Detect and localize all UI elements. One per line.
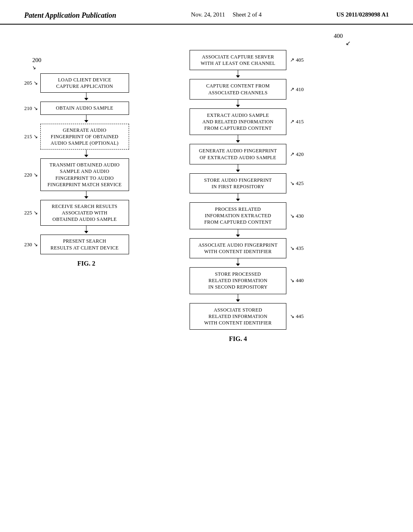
fig4-step-420-row: GENERATE AUDIO FINGERPRINTOF EXTRACTED A… — [190, 144, 363, 164]
fig4-step-430-box: PROCESS RELATEDINFORMATION EXTRACTEDFROM… — [190, 202, 286, 229]
fig4-arrow-4 — [190, 164, 286, 173]
fig2-step-215-row: 215 ↘ GENERATE AUDIOFINGERPRINT OF OBTAI… — [24, 124, 161, 150]
fig4-arrow-2 — [190, 100, 286, 108]
fig4-step-405-row: ASSOCIATE CAPTURE SERVERWITH AT LEAST ON… — [190, 50, 363, 70]
fig4-step-445-box: ASSOCIATE STOREDRELATED INFORMATIONWITH … — [190, 303, 286, 330]
fig4-flowchart: 400 ↙ ASSOCIATE CAPTURE SERVERWITH AT LE… — [190, 33, 363, 343]
sheet-info: Sheet 2 of 4 — [233, 11, 262, 18]
fig4-step-405-box: ASSOCIATE CAPTURE SERVERWITH AT LEAST ON… — [190, 50, 286, 70]
fig2-step-205-row: 205 ↘ LOAD CLIENT DEVICECAPTURE APPLICAT… — [24, 73, 161, 93]
fig4-step-410-row: CAPTURE CONTENT FROMASSOCIATED CHANNELS … — [190, 79, 363, 99]
fig4-caption: FIG. 4 — [190, 335, 286, 343]
fig2-step-220-row: 220 ↘ TRANSMIT OBTAINED AUDIOSAMPLE AND … — [24, 158, 161, 191]
fig4-step-445-label: ↘ 445 — [286, 313, 306, 320]
fig2-step-225-row: 225 ↘ RECEIVE SEARCH RESULTSASSOCIATED W… — [24, 200, 161, 226]
fig4-step-405-label: ↗ 405 — [286, 57, 306, 63]
fig2-step-230-label: 230 ↘ — [24, 241, 40, 248]
fig2-step-205-label: 205 ↘ — [24, 80, 40, 86]
fig4-arrow-indicator: ↙ — [190, 39, 363, 47]
fig2-step-230-box: PRESENT SEARCHRESULTS AT CLIENT DEVICE — [40, 235, 129, 254]
fig2-arrow-2 — [42, 115, 131, 124]
fig4-arrow-7 — [190, 258, 286, 267]
pub-date: Nov. 24, 2011 — [191, 11, 225, 18]
fig4-step-440-box: STORE PROCESSEDRELATED INFORMATIONIN SEC… — [190, 267, 286, 294]
fig4-step-425-row: STORE AUDIO FINGERPRINTIN FIRST REPOSITO… — [190, 173, 363, 193]
fig4-arrow-1 — [190, 70, 286, 79]
fig4-step-425-label: ↘ 425 — [286, 180, 306, 187]
fig2-arrow-4 — [42, 191, 131, 200]
fig4-step-435-row: ASSOCIATE AUDIO FINGERPRINTWITH CONTENT … — [190, 238, 363, 258]
fig4-step-410-box: CAPTURE CONTENT FROMASSOCIATED CHANNELS — [190, 79, 286, 99]
fig4-step-440-row: STORE PROCESSEDRELATED INFORMATIONIN SEC… — [190, 267, 363, 294]
fig2-arrow-5 — [42, 226, 131, 235]
patent-number: US 2011/0289098 A1 — [336, 11, 389, 18]
date-sheet: Nov. 24, 2011 Sheet 2 of 4 — [191, 11, 262, 18]
fig2-step-225-label: 225 ↘ — [24, 210, 40, 216]
fig4-step-435-box: ASSOCIATE AUDIO FINGERPRINTWITH CONTENT … — [190, 238, 286, 258]
fig4-step-430-label: ↘ 430 — [286, 213, 306, 219]
fig4-step-440-label: ↘ 440 — [286, 277, 306, 284]
fig4-step-415-box: EXTRACT AUDIO SAMPLEAND RELATED INFORMAT… — [190, 108, 286, 135]
fig4-step-445-row: ASSOCIATE STOREDRELATED INFORMATIONWITH … — [190, 303, 363, 330]
fig2-step-220-label: 220 ↘ — [24, 172, 40, 178]
fig4-step-415-row: EXTRACT AUDIO SAMPLEAND RELATED INFORMAT… — [190, 108, 363, 135]
fig4-step-420-label: ↗ 420 — [286, 151, 306, 158]
fig4-step-435-label: ↘ 435 — [286, 245, 306, 251]
fig4-step-430-row: PROCESS RELATEDINFORMATION EXTRACTEDFROM… — [190, 202, 363, 229]
fig4-arrow-5 — [190, 193, 286, 202]
fig4-step-425-box: STORE AUDIO FINGERPRINTIN FIRST REPOSITO… — [190, 173, 286, 193]
fig4-arrow-6 — [190, 229, 286, 238]
fig4-step-410-label: ↗ 410 — [286, 86, 306, 93]
fig2-step-210-row: 210 ↘ OBTAIN AUDIO SAMPLE — [24, 102, 161, 114]
fig2-arrow-3 — [42, 150, 131, 158]
fig4-diagram-label: 400 — [190, 33, 363, 39]
fig4-arrow-3 — [190, 135, 286, 144]
fig4-arrow-8 — [190, 294, 286, 303]
fig2-step-220-box: TRANSMIT OBTAINED AUDIOSAMPLE AND AUDIOF… — [40, 158, 129, 191]
fig2-step-205-box: LOAD CLIENT DEVICECAPTURE APPLICATION — [40, 73, 129, 93]
fig2-flowchart: 200 ↘ 205 ↘ LOAD CLIENT DEVICECAPTURE AP… — [24, 57, 161, 267]
fig2-arrow-1 — [42, 93, 131, 102]
fig4-step-415-label: ↗ 415 — [286, 118, 306, 125]
page-header: Patent Application Publication Nov. 24, … — [0, 0, 413, 25]
fig4-step-420-box: GENERATE AUDIO FINGERPRINTOF EXTRACTED A… — [190, 144, 286, 164]
publication-label: Patent Application Publication — [24, 11, 116, 20]
fig2-step-215-box: GENERATE AUDIOFINGERPRINT OF OBTAINEDAUD… — [40, 124, 129, 150]
fig2-caption: FIG. 2 — [42, 260, 131, 267]
fig2-step-225-box: RECEIVE SEARCH RESULTSASSOCIATED WITHOBT… — [40, 200, 129, 226]
fig2-step-210-box: OBTAIN AUDIO SAMPLE — [40, 102, 129, 114]
fig2-arrow-indicator: ↘ — [31, 64, 161, 71]
fig2-diagram-label: 200 — [32, 57, 161, 64]
fig2-step-215-label: 215 ↘ — [24, 133, 40, 140]
fig2-step-210-label: 210 ↘ — [24, 105, 40, 112]
fig2-step-230-row: 230 ↘ PRESENT SEARCHRESULTS AT CLIENT DE… — [24, 235, 161, 254]
